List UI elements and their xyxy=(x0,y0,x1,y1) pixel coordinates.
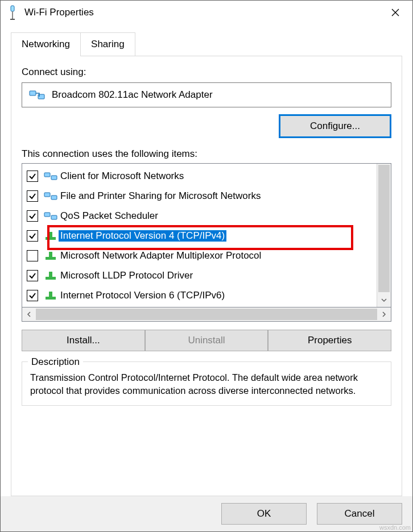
svg-rect-3 xyxy=(30,91,36,95)
list-item-label: Internet Protocol Version 6 (TCP/IPv6) xyxy=(59,290,226,301)
network-adapter-icon xyxy=(29,89,45,101)
network-protocol-icon xyxy=(44,290,57,301)
items-label: This connection uses the following items… xyxy=(22,148,391,160)
network-client-icon xyxy=(44,211,57,221)
network-protocol-icon xyxy=(44,231,57,241)
svg-rect-1 xyxy=(12,11,13,19)
uninstall-button[interactable]: Uninstall xyxy=(145,330,269,351)
list-item[interactable]: Microsoft LLDP Protocol Driver xyxy=(22,265,377,285)
list-item-label: QoS Packet Scheduler xyxy=(59,210,160,222)
list-item[interactable]: File and Printer Sharing for Microsoft N… xyxy=(22,186,377,206)
scroll-left-icon[interactable] xyxy=(22,307,36,321)
tab-networking[interactable]: Networking xyxy=(11,32,81,56)
list-item-label: Microsoft LLDP Protocol Driver xyxy=(59,270,195,281)
svg-rect-12 xyxy=(49,232,52,238)
configure-button[interactable]: Configure... xyxy=(279,114,391,138)
list-item[interactable]: Internet Protocol Version 4 (TCP/IPv4) xyxy=(22,226,377,246)
svg-rect-0 xyxy=(11,6,14,11)
list-item[interactable]: QoS Packet Scheduler xyxy=(22,206,377,226)
svg-rect-10 xyxy=(51,215,57,219)
adapter-field[interactable]: Broadcom 802.11ac Network Adapter xyxy=(22,82,391,107)
svg-rect-16 xyxy=(49,272,52,277)
description-text: Transmission Control Protocol/Internet P… xyxy=(30,372,358,396)
checkbox[interactable] xyxy=(27,230,38,242)
list-item[interactable]: Client for Microsoft Networks xyxy=(22,166,377,186)
checkbox[interactable] xyxy=(27,270,38,281)
dialog-footer: OK Cancel xyxy=(1,496,412,531)
window-title: Wi-Fi Properties xyxy=(24,7,382,18)
list-item-label: Microsoft Network Adapter Multiplexor Pr… xyxy=(59,250,263,261)
list-item-label: File and Printer Sharing for Microsoft N… xyxy=(59,190,262,202)
connect-using-label: Connect using: xyxy=(22,66,391,78)
network-client-icon xyxy=(44,191,57,201)
properties-button[interactable]: Properties xyxy=(268,330,391,351)
list-item[interactable]: Internet Protocol Version 6 (TCP/IPv6) xyxy=(22,285,377,305)
svg-rect-14 xyxy=(49,252,52,257)
list-item-label: Internet Protocol Version 4 (TCP/IPv4) xyxy=(59,230,226,242)
close-button[interactable] xyxy=(382,1,409,24)
scroll-down-icon[interactable] xyxy=(377,293,391,307)
adapter-name: Broadcom 802.11ac Network Adapter xyxy=(52,89,213,101)
checkbox[interactable] xyxy=(27,290,38,301)
network-protocol-icon xyxy=(44,271,57,281)
scrollbar-thumb[interactable] xyxy=(36,309,377,320)
svg-rect-2 xyxy=(10,19,15,20)
scrollbar-thumb[interactable] xyxy=(378,165,390,292)
watermark: wsxdn.com xyxy=(379,524,411,531)
tab-sharing[interactable]: Sharing xyxy=(80,32,135,56)
checkbox[interactable] xyxy=(27,210,38,222)
network-client-icon xyxy=(44,171,57,181)
wifi-properties-dialog: Wi-Fi Properties Networking Sharing Conn… xyxy=(0,0,413,532)
svg-rect-6 xyxy=(51,176,57,180)
wifi-icon xyxy=(6,5,19,20)
description-heading: Description xyxy=(28,355,83,368)
connection-items-list[interactable]: Client for Microsoft NetworksFile and Pr… xyxy=(22,163,391,307)
list-item-label: Client for Microsoft Networks xyxy=(59,171,185,182)
list-item[interactable]: Microsoft Network Adapter Multiplexor Pr… xyxy=(22,246,377,265)
tab-strip: Networking Sharing xyxy=(11,32,402,56)
titlebar: Wi-Fi Properties xyxy=(1,1,412,24)
vertical-scrollbar[interactable] xyxy=(377,164,391,307)
network-protocol-icon xyxy=(44,251,57,261)
svg-rect-8 xyxy=(51,196,57,200)
install-button[interactable]: Install... xyxy=(22,330,145,351)
cancel-button[interactable]: Cancel xyxy=(317,503,402,525)
svg-rect-7 xyxy=(44,193,50,197)
scroll-right-icon[interactable] xyxy=(377,307,391,321)
checkbox[interactable] xyxy=(27,171,38,182)
svg-rect-5 xyxy=(44,173,50,177)
description-group: Description Transmission Control Protoco… xyxy=(22,361,391,406)
horizontal-scrollbar[interactable] xyxy=(22,307,391,322)
ok-button[interactable]: OK xyxy=(221,503,307,525)
svg-rect-18 xyxy=(49,292,52,297)
svg-rect-9 xyxy=(44,213,50,217)
checkbox[interactable] xyxy=(27,190,38,202)
networking-panel: Connect using: Broadcom 802.11ac Network… xyxy=(11,56,402,496)
checkbox[interactable] xyxy=(27,250,38,261)
